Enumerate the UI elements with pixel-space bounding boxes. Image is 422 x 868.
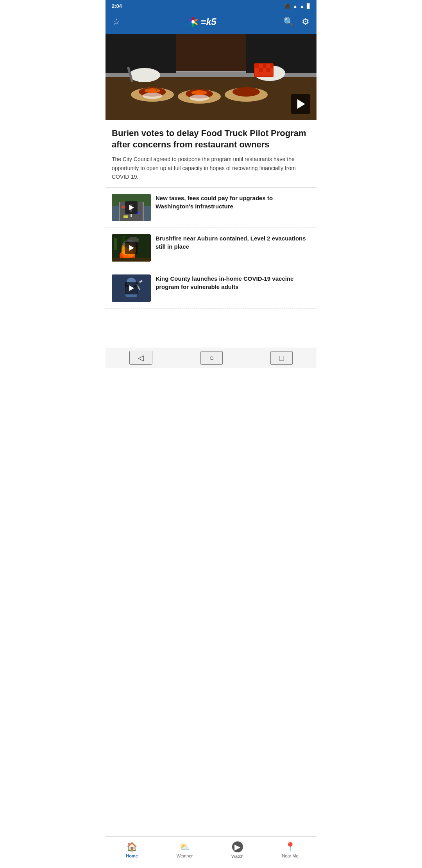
hero-image-background bbox=[106, 34, 316, 120]
svg-point-1 bbox=[192, 17, 194, 21]
hero-article-title: Burien votes to delay Food Truck Pilot P… bbox=[112, 128, 310, 150]
nbc-logo: ≡k5 bbox=[188, 16, 216, 27]
status-bar: 2:04 ⬛ ▲ ▲ ▊ bbox=[106, 0, 316, 12]
home-button[interactable]: ○ bbox=[200, 351, 222, 365]
svg-point-7 bbox=[191, 21, 194, 23]
svg-rect-42 bbox=[131, 214, 132, 217]
logo-container: ≡k5 bbox=[121, 16, 283, 27]
notification-icon: ⬛ bbox=[284, 4, 290, 9]
article-content: New taxes, fees could pay for upgrades t… bbox=[156, 194, 310, 210]
status-icons: ⬛ ▲ ▲ ▊ bbox=[284, 4, 310, 9]
svg-rect-49 bbox=[114, 238, 117, 250]
play-icon bbox=[129, 205, 134, 210]
svg-rect-46 bbox=[119, 202, 120, 221]
thumbnail-play-button[interactable] bbox=[125, 282, 138, 294]
svg-rect-35 bbox=[270, 64, 274, 68]
svg-rect-32 bbox=[259, 68, 263, 72]
article-title: Brushfire near Auburn contained, Level 2… bbox=[156, 234, 310, 251]
svg-point-27 bbox=[129, 68, 160, 82]
recent-apps-button[interactable]: □ bbox=[270, 351, 292, 365]
svg-point-19 bbox=[191, 90, 207, 95]
signal-icon: ▲ bbox=[300, 4, 304, 9]
article-thumbnail bbox=[112, 274, 151, 302]
article-item[interactable]: King County launches in-home COVID-19 va… bbox=[106, 268, 316, 308]
hero-article-description: The City Council agreed to postpone the … bbox=[112, 155, 310, 181]
svg-point-17 bbox=[232, 87, 260, 97]
nbc-peacock-icon bbox=[188, 16, 198, 27]
hero-play-button[interactable] bbox=[291, 94, 310, 114]
article-content: King County launches in-home COVID-19 va… bbox=[156, 274, 310, 291]
thumbnail-play-button[interactable] bbox=[125, 242, 138, 254]
play-icon bbox=[129, 245, 134, 251]
svg-point-18 bbox=[145, 88, 160, 93]
svg-rect-25 bbox=[106, 34, 176, 73]
article-item[interactable]: New taxes, fees could pay for upgrades t… bbox=[106, 188, 316, 228]
svg-rect-34 bbox=[266, 68, 270, 72]
svg-rect-45 bbox=[123, 215, 128, 218]
hero-image-visual bbox=[106, 34, 316, 120]
svg-point-4 bbox=[192, 23, 194, 27]
play-icon bbox=[129, 285, 134, 291]
svg-rect-20 bbox=[145, 88, 145, 91]
article-list: New taxes, fees could pay for upgrades t… bbox=[106, 188, 316, 308]
settings-button[interactable]: ⚙ bbox=[301, 16, 310, 28]
svg-rect-57 bbox=[112, 258, 151, 262]
article-title: New taxes, fees could pay for upgrades t… bbox=[156, 194, 310, 210]
article-thumbnail bbox=[112, 194, 151, 221]
battery-icon: ▊ bbox=[307, 4, 310, 9]
article-title: King County launches in-home COVID-19 va… bbox=[156, 274, 310, 291]
svg-point-23 bbox=[143, 93, 162, 99]
wifi-icon: ▲ bbox=[293, 4, 297, 9]
gesture-bar: ◁ ○ □ bbox=[106, 348, 316, 368]
back-button[interactable]: ◁ bbox=[129, 351, 152, 365]
station-logo-text: ≡k5 bbox=[201, 16, 216, 27]
hero-article-image[interactable] bbox=[106, 34, 316, 120]
article-content: Brushfire near Auburn contained, Level 2… bbox=[156, 234, 310, 251]
play-icon bbox=[297, 99, 305, 109]
svg-rect-31 bbox=[255, 64, 259, 68]
svg-point-24 bbox=[190, 95, 209, 101]
article-thumbnail bbox=[112, 234, 151, 262]
article-item[interactable]: Brushfire near Auburn contained, Level 2… bbox=[106, 228, 316, 268]
thumbnail-play-button[interactable] bbox=[125, 201, 138, 214]
svg-rect-33 bbox=[263, 64, 266, 68]
app-header: ☆ ≡k5 🔍 ⚙ bbox=[106, 12, 316, 34]
hero-article-content[interactable]: Burien votes to delay Food Truck Pilot P… bbox=[106, 120, 316, 188]
status-time: 2:04 bbox=[112, 3, 122, 9]
hero-food-svg bbox=[106, 34, 316, 120]
header-actions: 🔍 ⚙ bbox=[283, 16, 310, 28]
svg-rect-47 bbox=[143, 202, 144, 221]
svg-rect-22 bbox=[156, 88, 157, 91]
search-button[interactable]: 🔍 bbox=[283, 16, 295, 28]
svg-rect-21 bbox=[148, 87, 149, 91]
favorite-button[interactable]: ☆ bbox=[112, 16, 121, 28]
